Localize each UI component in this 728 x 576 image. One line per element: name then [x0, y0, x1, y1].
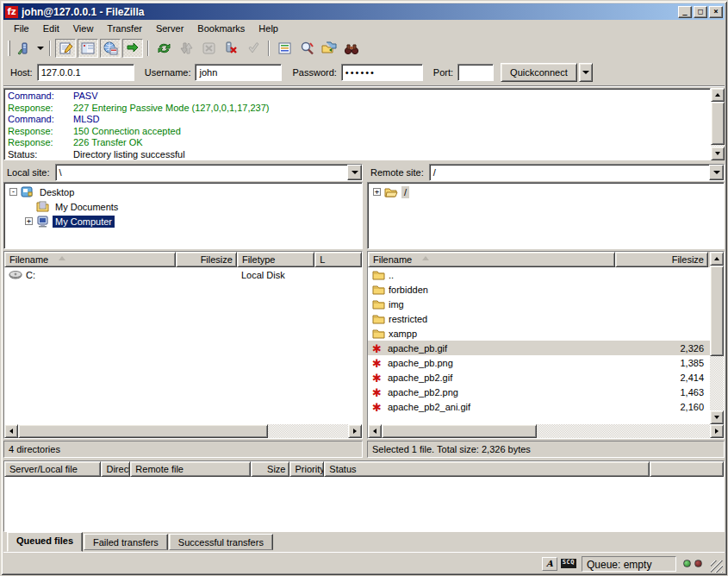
expand-icon[interactable]: + — [373, 188, 381, 196]
remote-vertical-scrollbar[interactable] — [710, 252, 724, 424]
file-row-forbidden[interactable]: forbidden — [368, 282, 710, 297]
local-horizontal-scrollbar[interactable] — [4, 424, 362, 438]
maximize-button[interactable]: □ — [694, 6, 707, 18]
disconnect-icon[interactable] — [221, 39, 241, 58]
scroll-right-icon[interactable] — [348, 424, 362, 438]
queue-list-header: Server/Local fileDirecti...Remote fileSi… — [4, 461, 724, 477]
column-header-filesize[interactable]: Filesize — [615, 252, 708, 267]
column-header-l[interactable]: L — [314, 252, 362, 267]
quickconnect-button[interactable]: Quickconnect — [501, 63, 577, 82]
file-row--[interactable]: .. — [368, 267, 710, 282]
transfer-type-indicator-icon[interactable]: A — [542, 557, 557, 571]
file-row-apache-pb2-png[interactable]: ✱apache_pb2.png1,463 — [368, 385, 710, 399]
tree-item-my-documents[interactable]: My Documents — [6, 199, 360, 214]
file-row-img[interactable]: img — [368, 297, 710, 311]
disk-icon — [9, 271, 22, 279]
file-row-xampp[interactable]: xampp — [368, 326, 710, 341]
scroll-left-icon[interactable] — [368, 424, 382, 438]
menu-help[interactable]: Help — [252, 21, 285, 36]
site-manager-icon[interactable] — [14, 39, 34, 58]
remote-scrollbar-thumb-h[interactable] — [382, 424, 537, 438]
tree-item-desktop[interactable]: -Desktop — [6, 185, 360, 199]
message-log-panel: Command:PASVResponse:227 Entering Passiv… — [3, 88, 725, 160]
column-header-size[interactable]: Size — [251, 461, 290, 477]
scroll-down-icon[interactable] — [710, 410, 724, 424]
remote-scrollbar-thumb[interactable] — [710, 266, 724, 356]
column-header-label: Size — [267, 464, 285, 474]
tree-item-label: Desktop — [37, 186, 77, 198]
menu-transfer[interactable]: Transfer — [100, 21, 149, 36]
speed-limit-indicator-icon[interactable]: SCQ — [561, 559, 576, 568]
column-header-blank[interactable] — [650, 461, 724, 477]
file-row-apache-pb-gif[interactable]: ✱apache_pb.gif2,326 — [368, 341, 710, 355]
tab-failed-transfers[interactable]: Failed transfers — [84, 534, 168, 550]
column-header-filesize[interactable]: Filesize — [176, 252, 237, 267]
local-site-dropdown-button[interactable] — [347, 165, 362, 180]
scroll-up-icon[interactable] — [711, 88, 725, 102]
file-row-apache-pb2-gif[interactable]: ✱apache_pb2.gif2,414 — [368, 370, 710, 385]
minimize-button[interactable]: _ — [678, 6, 692, 18]
host-input[interactable]: 127.0.0.1 — [37, 64, 134, 81]
tree-item--[interactable]: +/ — [370, 185, 722, 199]
log-scrollbar-thumb[interactable] — [711, 102, 725, 145]
username-input[interactable]: john — [195, 64, 282, 81]
find-files-icon[interactable] — [341, 39, 362, 58]
remote-horizontal-scrollbar[interactable] — [368, 424, 724, 438]
file-row-apache-pb-png[interactable]: ✱apache_pb.png1,385 — [368, 355, 710, 370]
local-scrollbar-thumb[interactable] — [18, 424, 268, 438]
column-header-directi-[interactable]: Directi... — [101, 461, 130, 477]
remote-status-text: Selected 1 file. Total size: 2,326 bytes — [367, 441, 725, 458]
scroll-left-icon[interactable] — [4, 424, 18, 438]
file-row-c-[interactable]: C:Local Disk — [4, 267, 362, 282]
site-manager-dropdown-button[interactable] — [35, 39, 46, 58]
scroll-down-icon[interactable] — [711, 147, 725, 160]
local-site-combobox[interactable]: \ — [55, 164, 363, 181]
toggle-queue-icon[interactable] — [122, 39, 143, 58]
scroll-right-icon[interactable] — [710, 424, 724, 438]
column-header-label: Filename — [373, 254, 412, 265]
toggle-message-log-icon[interactable] — [55, 39, 76, 58]
file-row-restricted[interactable]: restricted — [368, 311, 710, 326]
remote-list-body: ..forbiddenimgrestrictedxampp✱apache_pb.… — [368, 267, 710, 424]
toggle-local-tree-icon[interactable] — [78, 39, 98, 58]
scroll-up-icon[interactable] — [710, 252, 724, 266]
synchronized-browsing-icon[interactable] — [319, 39, 339, 58]
remote-site-combobox[interactable]: / — [429, 164, 725, 181]
svg-text:✱: ✱ — [372, 372, 382, 384]
column-header-filename[interactable]: Filename — [4, 252, 176, 267]
toggle-remote-tree-icon[interactable] — [100, 39, 121, 58]
cell: 2,160 — [615, 402, 708, 412]
password-input[interactable]: •••••• — [341, 64, 423, 81]
filter-icon[interactable] — [274, 39, 295, 58]
menu-view[interactable]: View — [66, 21, 101, 36]
column-header-filename[interactable]: Filename — [368, 252, 615, 267]
column-header-filetype[interactable]: Filetype — [237, 252, 314, 267]
collapse-icon[interactable]: - — [9, 188, 17, 196]
close-button[interactable]: × — [709, 6, 723, 18]
menu-bookmarks[interactable]: Bookmarks — [190, 21, 252, 36]
log-line-type: Response: — [8, 137, 73, 149]
column-header-label: Status — [329, 464, 356, 474]
menu-edit[interactable]: Edit — [36, 21, 66, 36]
quickconnect-dropdown-button[interactable] — [579, 63, 593, 82]
expand-icon[interactable]: + — [25, 217, 33, 225]
menu-file[interactable]: File — [7, 21, 36, 36]
resize-grip[interactable] — [711, 560, 723, 573]
log-vertical-scrollbar[interactable] — [711, 88, 725, 160]
directory-comparison-icon[interactable] — [296, 39, 317, 58]
remote-site-row: Remote site: / — [367, 163, 725, 181]
port-input[interactable] — [457, 64, 494, 81]
refresh-icon[interactable] — [153, 39, 174, 58]
remote-site-dropdown-button[interactable] — [709, 165, 724, 180]
column-header-status[interactable]: Status — [324, 461, 650, 477]
chevron-down-icon — [713, 171, 720, 174]
menu-server[interactable]: Server — [149, 21, 190, 36]
column-header-server-local-file[interactable]: Server/Local file — [4, 461, 101, 477]
cell: ✱apache_pb2.gif — [368, 372, 615, 384]
tree-item-my-computer[interactable]: +My Computer — [6, 214, 360, 229]
tab-queued-files[interactable]: Queued files — [7, 532, 83, 552]
tab-successful-transfers[interactable]: Successful transfers — [169, 534, 273, 550]
column-header-priority[interactable]: Priority — [289, 461, 324, 477]
column-header-remote-file[interactable]: Remote file — [130, 461, 250, 477]
file-row-apache-pb2-ani-gif[interactable]: ✱apache_pb2_ani.gif2,160 — [368, 399, 710, 414]
